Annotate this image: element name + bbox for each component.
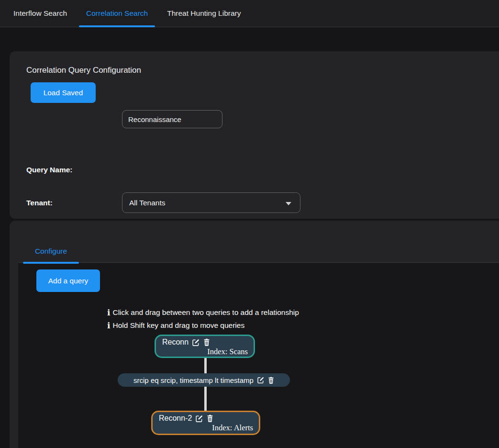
tab-interflow-search[interactable]: Interflow Search	[4, 0, 77, 27]
info-icon: i	[107, 309, 110, 317]
configure-panel: Configure Add a query i Click and drag b…	[10, 221, 499, 448]
query-node-index: Index: Scans	[162, 347, 249, 357]
panel-title: Correlation Query Configuration	[26, 66, 141, 75]
caret-down-icon	[286, 202, 291, 205]
tab-correlation-search[interactable]: Correlation Search	[77, 0, 157, 27]
relationship-pill[interactable]: srcip eq srcip, timestamp lt timestamp	[118, 373, 290, 387]
edit-icon[interactable]	[195, 414, 203, 423]
tab-configure[interactable]: Configure	[23, 240, 79, 262]
correlation-query-configuration-panel: Correlation Query Configuration Load Sav…	[10, 51, 499, 219]
hint-text: Hold Shift key and drag to move queries	[112, 321, 244, 330]
tenant-select[interactable]: All Tenants	[122, 192, 300, 213]
query-graph-canvas[interactable]: Reconn Index: Scans srcip eq srcip, time…	[18, 335, 499, 448]
trash-icon[interactable]	[268, 377, 274, 384]
tenant-label: Tenant:	[26, 199, 53, 207]
add-query-button[interactable]: Add a query	[36, 269, 100, 292]
query-node-reconn[interactable]: Reconn Index: Scans	[155, 335, 255, 358]
query-name-label: Query Name:	[26, 166, 72, 174]
edit-icon[interactable]	[192, 338, 200, 347]
relationship-label: srcip eq srcip, timestamp lt timestamp	[133, 376, 254, 384]
query-name-input[interactable]	[122, 110, 222, 128]
load-saved-button[interactable]: Load Saved	[31, 82, 96, 103]
info-icon: i	[107, 322, 110, 330]
query-node-index: Index: Alerts	[159, 423, 254, 433]
hint-text: Click and drag between two queries to ad…	[112, 308, 299, 317]
correlation-search-page: Interflow Search Correlation Search Thre…	[0, 0, 499, 448]
trash-icon[interactable]	[207, 414, 213, 422]
query-node-reconn-2[interactable]: Reconn-2 Index: Alerts	[151, 411, 260, 435]
trash-icon[interactable]	[203, 338, 210, 346]
hint-move: i Hold Shift key and drag to move querie…	[107, 321, 244, 330]
edit-icon[interactable]	[257, 376, 265, 384]
configure-content: Add a query i Click and drag between two…	[18, 263, 499, 448]
query-node-title: Reconn-2	[159, 414, 192, 423]
query-node-title: Reconn	[162, 338, 189, 347]
tenant-select-value: All Tenants	[129, 199, 166, 207]
hint-relationship: i Click and drag between two queries to …	[107, 308, 299, 317]
top-nav: Interflow Search Correlation Search Thre…	[0, 0, 499, 27]
tab-threat-hunting-library[interactable]: Threat Hunting Library	[157, 0, 250, 27]
